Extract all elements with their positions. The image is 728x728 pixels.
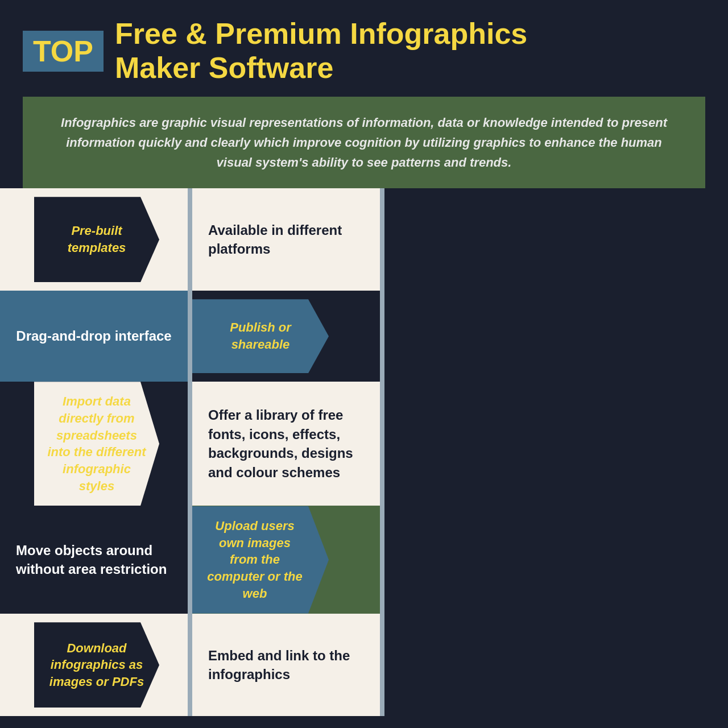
cell-r1c1-text: Pre-built templates — [46, 222, 148, 256]
cell-r4c5 — [384, 506, 572, 614]
arrow-r3c1: Import data directly from spreadsheets i… — [34, 382, 159, 506]
top-badge: TOP — [23, 31, 104, 72]
cell-r4c1-text: Move objects around without area restric… — [16, 541, 172, 579]
divider-8 — [380, 506, 384, 614]
cell-r4c3-text: Upload users own images from the compute… — [204, 518, 306, 602]
arrow-r4c3: Upload users own images from the compute… — [192, 506, 329, 613]
cell-r5c5 — [384, 614, 572, 716]
cell-r1c1: Pre-built templates — [0, 188, 188, 291]
cell-r5c1: Download infographics as images or PDFs — [0, 614, 188, 716]
divider-1 — [188, 188, 192, 291]
cell-r3c1: Import data directly from spreadsheets i… — [0, 382, 188, 506]
cell-r4c1: Move objects around without area restric… — [0, 506, 188, 614]
arrow-r2c3: Publish or shareable — [192, 299, 329, 373]
header-title: Free & Premium Infographics Maker Softwa… — [115, 17, 527, 85]
cell-r1c3: Available in different platforms — [192, 188, 380, 291]
cell-r2c5 — [384, 291, 572, 382]
cell-r3c5 — [384, 382, 572, 506]
description-text: Infographics are graphic visual represen… — [57, 113, 671, 173]
divider-9 — [188, 614, 192, 716]
cell-r5c3-text: Embed and link to the infographics — [208, 646, 364, 684]
divider-7 — [188, 506, 192, 614]
arrow-r1c1: Pre-built templates — [34, 197, 159, 282]
divider-4 — [380, 291, 384, 382]
arrow-r5c1: Download infographics as images or PDFs — [34, 622, 159, 708]
divider-5 — [188, 382, 192, 506]
cell-r3c3: Offer a library of free fonts, icons, ef… — [192, 382, 380, 506]
cell-r2c3: Publish or shareable — [192, 291, 380, 382]
cell-r1c3-text: Available in different platforms — [208, 221, 364, 259]
cell-r2c3-text: Publish or shareable — [204, 319, 317, 353]
feature-grid: Pre-built templates Available in differe… — [0, 188, 728, 716]
cell-r5c3: Embed and link to the infographics — [192, 614, 380, 716]
divider-10 — [380, 614, 384, 716]
divider-2 — [380, 188, 384, 291]
divider-3 — [188, 291, 192, 382]
cell-r1c5 — [384, 188, 572, 291]
cell-r2c1: Drag-and-drop interface — [0, 291, 188, 382]
header: TOP Free & Premium Infographics Maker So… — [0, 0, 728, 97]
divider-6 — [380, 382, 384, 506]
cell-r3c1-text: Import data directly from spreadsheets i… — [46, 393, 148, 494]
cell-r2c1-text: Drag-and-drop interface — [16, 326, 171, 346]
cell-r5c1-text: Download infographics as images or PDFs — [46, 640, 148, 690]
description-box: Infographics are graphic visual represen… — [23, 97, 705, 189]
cell-r3c3-text: Offer a library of free fonts, icons, ef… — [208, 406, 364, 482]
cell-r4c3: Upload users own images from the compute… — [192, 506, 380, 614]
